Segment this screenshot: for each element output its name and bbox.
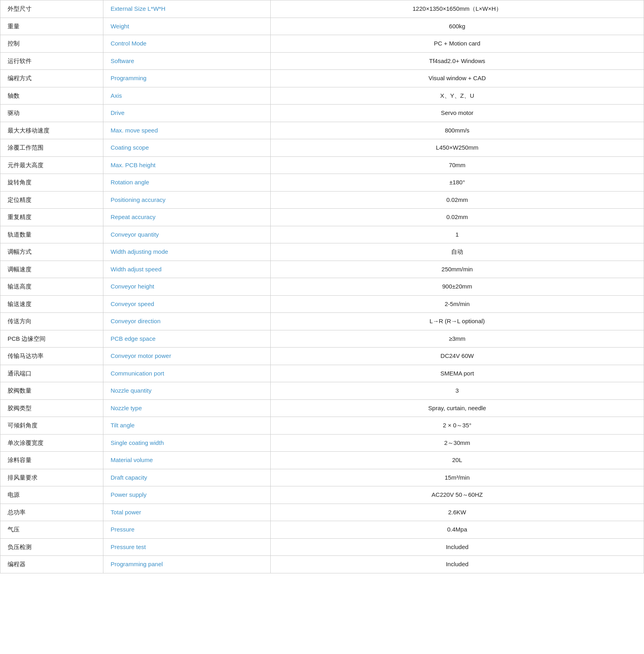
cell-english: Drive bbox=[103, 105, 270, 122]
cell-chinese: 可倾斜角度 bbox=[0, 417, 103, 435]
cell-chinese: 负压检测 bbox=[0, 538, 103, 556]
table-row: 编程方式ProgrammingVisual window + CAD bbox=[0, 70, 644, 87]
cell-value: 3 bbox=[271, 382, 644, 400]
cell-english: Rotation angle bbox=[103, 174, 270, 192]
cell-english: Width adjust speed bbox=[103, 261, 270, 278]
cell-value: Included bbox=[271, 556, 644, 573]
cell-english: Nozzle quantity bbox=[103, 382, 270, 400]
cell-value: Visual window + CAD bbox=[271, 70, 644, 87]
cell-value: L→R (R→L optional) bbox=[271, 313, 644, 330]
cell-value: AC220V 50～60HZ bbox=[271, 486, 644, 504]
cell-chinese: 胶阀类型 bbox=[0, 399, 103, 417]
cell-english: Programming panel bbox=[103, 556, 270, 573]
cell-value: Tf4sad2.0+ Windows bbox=[271, 52, 644, 70]
cell-chinese: 重量 bbox=[0, 18, 103, 35]
table-row: 传送方向Conveyor directionL→R (R→L optional) bbox=[0, 313, 644, 330]
table-row: 输送速度Conveyor speed2-5m/min bbox=[0, 295, 644, 313]
cell-chinese: 调幅方式 bbox=[0, 243, 103, 261]
cell-value: 0.02mm bbox=[271, 191, 644, 209]
cell-value: 2-5m/min bbox=[271, 295, 644, 313]
cell-value: 70mm bbox=[271, 156, 644, 174]
cell-chinese: 重复精度 bbox=[0, 209, 103, 226]
cell-english: Repeat accuracy bbox=[103, 209, 270, 226]
cell-value: 20L bbox=[271, 452, 644, 469]
table-row: 元件最大高度Max. PCB height70mm bbox=[0, 156, 644, 174]
cell-english: Single coating width bbox=[103, 434, 270, 452]
table-row: 轨道数量Conveyor quantity1 bbox=[0, 226, 644, 243]
cell-english: Pressure bbox=[103, 521, 270, 539]
table-row: 负压检测Pressure testIncluded bbox=[0, 538, 644, 556]
cell-value: 1 bbox=[271, 226, 644, 243]
table-row: 最大大移动速度Max. move speed800mm/s bbox=[0, 122, 644, 139]
cell-chinese: 总功率 bbox=[0, 504, 103, 521]
table-row: 运行软件SoftwareTf4sad2.0+ Windows bbox=[0, 52, 644, 70]
cell-english: Nozzle type bbox=[103, 399, 270, 417]
table-row: 控制Control ModePC + Motion card bbox=[0, 35, 644, 53]
cell-value: PC + Motion card bbox=[271, 35, 644, 53]
table-row: 可倾斜角度Tilt angle2 × 0～35° bbox=[0, 417, 644, 435]
table-row: 输送高度Conveyor height900±20mm bbox=[0, 278, 644, 296]
cell-chinese: PCB 边缘空间 bbox=[0, 330, 103, 348]
table-row: 轴数AxisX、Y、Z、U bbox=[0, 87, 644, 105]
cell-chinese: 运行软件 bbox=[0, 52, 103, 70]
cell-value: Servo motor bbox=[271, 105, 644, 122]
table-row: 涂料容量Material volume20L bbox=[0, 452, 644, 469]
table-row: 胶阀类型Nozzle typeSpray, curtain, needle bbox=[0, 399, 644, 417]
table-row: 总功率Total power2.6KW bbox=[0, 504, 644, 521]
cell-chinese: 电源 bbox=[0, 486, 103, 504]
cell-value: 自动 bbox=[271, 243, 644, 261]
cell-value: 2.6KW bbox=[271, 504, 644, 521]
table-row: 重量Weight600kg bbox=[0, 18, 644, 35]
cell-value: 2 × 0～35° bbox=[271, 417, 644, 435]
cell-chinese: 输送速度 bbox=[0, 295, 103, 313]
table-row: 外型尺寸External Size L*W*H1220×1350×1650mm（… bbox=[0, 0, 644, 18]
cell-english: Software bbox=[103, 52, 270, 70]
cell-value: 2～30mm bbox=[271, 434, 644, 452]
cell-chinese: 气压 bbox=[0, 521, 103, 539]
cell-chinese: 输送高度 bbox=[0, 278, 103, 296]
cell-value: 250mm/min bbox=[271, 261, 644, 278]
cell-english: Total power bbox=[103, 504, 270, 521]
table-row: 旋转角度Rotation angle±180° bbox=[0, 174, 644, 192]
cell-value: DC24V 60W bbox=[271, 348, 644, 365]
table-row: 气压Pressure0.4Mpa bbox=[0, 521, 644, 539]
cell-english: Draft capacity bbox=[103, 469, 270, 486]
cell-value: 800mm/s bbox=[271, 122, 644, 139]
cell-english: Coating scope bbox=[103, 139, 270, 157]
cell-value: 0.4Mpa bbox=[271, 521, 644, 539]
cell-chinese: 定位精度 bbox=[0, 191, 103, 209]
table-row: 驱动DriveServo motor bbox=[0, 105, 644, 122]
cell-chinese: 排风量要求 bbox=[0, 469, 103, 486]
cell-chinese: 元件最大高度 bbox=[0, 156, 103, 174]
table-row: 定位精度Positioning accuracy0.02mm bbox=[0, 191, 644, 209]
cell-english: Weight bbox=[103, 18, 270, 35]
cell-chinese: 涂料容量 bbox=[0, 452, 103, 469]
cell-chinese: 传输马达功率 bbox=[0, 348, 103, 365]
cell-english: Conveyor height bbox=[103, 278, 270, 296]
table-row: 排风量要求Draft capacity15m³/min bbox=[0, 469, 644, 486]
table-row: 电源Power supplyAC220V 50～60HZ bbox=[0, 486, 644, 504]
cell-value: 15m³/min bbox=[271, 469, 644, 486]
cell-chinese: 外型尺寸 bbox=[0, 0, 103, 18]
cell-chinese: 轨道数量 bbox=[0, 226, 103, 243]
cell-chinese: 传送方向 bbox=[0, 313, 103, 330]
cell-chinese: 编程器 bbox=[0, 556, 103, 573]
cell-english: Width adjusting mode bbox=[103, 243, 270, 261]
cell-chinese: 旋转角度 bbox=[0, 174, 103, 192]
cell-chinese: 轴数 bbox=[0, 87, 103, 105]
cell-english: Pressure test bbox=[103, 538, 270, 556]
cell-chinese: 通讯端口 bbox=[0, 365, 103, 382]
cell-english: Conveyor quantity bbox=[103, 226, 270, 243]
cell-english: External Size L*W*H bbox=[103, 0, 270, 18]
cell-value: L450×W250mm bbox=[271, 139, 644, 157]
table-row: PCB 边缘空间PCB edge space≥3mm bbox=[0, 330, 644, 348]
table-row: 调幅速度Width adjust speed250mm/min bbox=[0, 261, 644, 278]
cell-english: Axis bbox=[103, 87, 270, 105]
cell-value: ≥3mm bbox=[271, 330, 644, 348]
cell-english: Positioning accuracy bbox=[103, 191, 270, 209]
cell-value: X、Y、Z、U bbox=[271, 87, 644, 105]
cell-value: SMEMA port bbox=[271, 365, 644, 382]
cell-english: Tilt angle bbox=[103, 417, 270, 435]
table-row: 胶阀数量Nozzle quantity3 bbox=[0, 382, 644, 400]
cell-chinese: 胶阀数量 bbox=[0, 382, 103, 400]
